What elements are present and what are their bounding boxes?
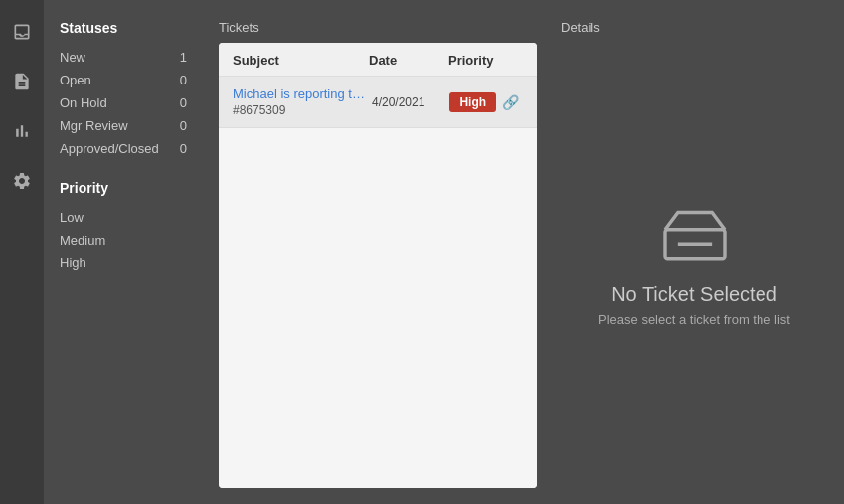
details-panel-title: Details — [561, 20, 828, 35]
main-content: Tickets Subject Date Priority Michael is… — [203, 0, 844, 504]
sidebar-item-medium[interactable]: Medium — [60, 229, 187, 252]
priority-title: Priority — [60, 180, 187, 196]
inbox-nav-icon[interactable] — [6, 16, 38, 48]
details-content: No Ticket Selected Please select a ticke… — [561, 43, 828, 488]
ticket-subject-col: Michael is reporting that th... #8675309 — [233, 86, 372, 117]
ticket-date: 4/20/2021 — [372, 95, 449, 109]
no-ticket-title: No Ticket Selected — [611, 283, 777, 306]
tickets-header: Subject Date Priority — [219, 43, 537, 77]
col-header-subject: Subject — [233, 53, 369, 68]
sidebar-item-new[interactable]: New 1 — [60, 46, 187, 69]
content-row: Tickets Subject Date Priority Michael is… — [219, 20, 828, 488]
sidebar-item-mgrreview[interactable]: Mgr Review 0 — [60, 114, 187, 137]
priority-section: Low Medium High — [60, 206, 187, 274]
priority-badge: High — [449, 92, 496, 112]
details-panel: Details No Ticket Selected Please select… — [537, 20, 828, 488]
sidebar-item-open[interactable]: Open 0 — [60, 69, 187, 91]
ticket-subject: Michael is reporting that th... — [233, 86, 372, 101]
col-header-priority: Priority — [448, 53, 523, 68]
tickets-panel-title: Tickets — [219, 20, 537, 35]
ticket-id: #8675309 — [233, 103, 372, 117]
document-nav-icon[interactable] — [6, 66, 38, 97]
col-header-date: Date — [369, 53, 448, 68]
statuses-title: Statuses — [60, 20, 187, 36]
settings-nav-icon[interactable] — [6, 165, 38, 197]
sidebar-item-approved-closed[interactable]: Approved/Closed 0 — [60, 137, 187, 160]
sidebar-item-high[interactable]: High — [60, 252, 187, 274]
inbox-icon-wrapper — [660, 204, 730, 267]
table-row[interactable]: Michael is reporting that th... #8675309… — [219, 77, 537, 128]
chart-nav-icon[interactable] — [6, 115, 38, 147]
sidebar-item-low[interactable]: Low — [60, 206, 187, 229]
tickets-table: Subject Date Priority Michael is reporti… — [219, 43, 537, 488]
icon-bar — [0, 0, 44, 504]
no-ticket-inbox-icon — [660, 204, 730, 263]
tickets-body: Michael is reporting that th... #8675309… — [219, 77, 537, 488]
attachment-icon: 🔗 — [502, 94, 519, 110]
no-ticket-subtitle: Please select a ticket from the list — [598, 312, 790, 327]
ticket-priority-col: High 🔗 — [449, 92, 523, 112]
sidebar-item-onhold[interactable]: On Hold 0 — [60, 91, 187, 114]
tickets-panel: Tickets Subject Date Priority Michael is… — [219, 20, 537, 488]
sidebar: Statuses New 1 Open 0 On Hold 0 Mgr Revi… — [44, 0, 203, 504]
